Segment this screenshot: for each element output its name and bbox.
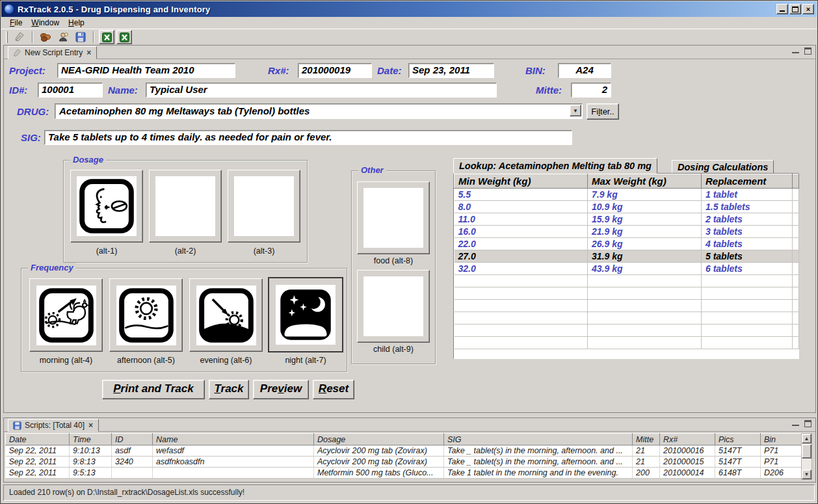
status-bar: Loaded 210 row(s) on D:\Install_rxtrack\… bbox=[3, 484, 815, 501]
lookup-row[interactable]: 16.021.9 kg3 tablets bbox=[455, 226, 799, 238]
col-date[interactable]: Date bbox=[6, 434, 70, 445]
script-row[interactable]: Sep 22, 20119:10:13asdf wefasdfAcyclovir… bbox=[6, 445, 802, 457]
project-field[interactable]: NEA-GRID Health Team 2010 bbox=[57, 63, 235, 78]
script-entry-panel: New Script Entry × Project: NEA-GRID Hea… bbox=[3, 45, 816, 413]
rx-label: Rx#: bbox=[268, 65, 289, 76]
bin-label: BIN: bbox=[525, 65, 546, 76]
id-label: ID#: bbox=[9, 85, 27, 96]
dosage-legend: Dosage bbox=[70, 155, 106, 165]
lookup-empty-row bbox=[455, 337, 799, 349]
lookup-row-selected[interactable]: 27.031.9 kg5 tablets bbox=[455, 250, 799, 263]
patient-lookup-button[interactable] bbox=[55, 30, 71, 44]
scroll-up-icon[interactable]: ▲ bbox=[802, 434, 811, 444]
minimize-icon bbox=[780, 10, 785, 12]
bin-field[interactable]: A24 bbox=[558, 63, 611, 78]
tab-close-icon[interactable]: × bbox=[88, 421, 94, 430]
col-rx[interactable]: Rx# bbox=[660, 434, 715, 445]
tab-scripts[interactable]: Scripts: [Total 40] × bbox=[8, 419, 99, 432]
col-pics[interactable]: Pics bbox=[715, 434, 761, 445]
swallow-pill-icon bbox=[77, 176, 137, 236]
maximize-button[interactable] bbox=[789, 4, 801, 14]
dosage-alt3-label: (alt-3) bbox=[228, 246, 300, 256]
scripts-tab-row: Scripts: [Total 40] × bbox=[4, 418, 815, 432]
col-bin[interactable]: Bin bbox=[761, 434, 802, 445]
mitte-label: Mitte: bbox=[536, 85, 562, 96]
save-button[interactable] bbox=[73, 30, 88, 44]
frequency-morning-label: morning (alt-4) bbox=[29, 356, 103, 365]
name-field[interactable]: Typical User bbox=[146, 83, 497, 98]
app-window: { "window": { "title": "RxTrack 2.0.5 - … bbox=[0, 0, 818, 504]
filter-button[interactable]: Filter.. bbox=[587, 103, 619, 120]
dosage-alt1-button[interactable] bbox=[70, 170, 143, 243]
col-mitte[interactable]: Mitte bbox=[633, 434, 660, 445]
dosage-alt2-label: (alt-2) bbox=[149, 246, 222, 256]
col-dosage[interactable]: Dosage bbox=[314, 434, 444, 445]
rx-field[interactable]: 201000019 bbox=[298, 63, 372, 78]
frequency-night-button[interactable] bbox=[268, 277, 343, 352]
preview-button[interactable]: Preview bbox=[253, 380, 309, 399]
tab-lookup[interactable]: Lookup: Acetaminophen Melting tab 80 mg bbox=[453, 158, 657, 174]
title-bar[interactable]: RxTrack 2.0.5 - Drug Dispensing and Inve… bbox=[1, 1, 817, 17]
other-food-button[interactable] bbox=[357, 181, 430, 254]
script-row[interactable]: Sep 22, 20119:8:133240 asdfnkoasdfnAcycl… bbox=[6, 457, 802, 468]
lookup-header-row: Min Weight (kg) Max Weight (kg) Replacem… bbox=[455, 174, 799, 189]
sunset-arrow-icon bbox=[196, 285, 256, 345]
excel-export-button[interactable] bbox=[99, 30, 114, 44]
tab-new-script-entry[interactable]: New Script Entry × bbox=[8, 46, 97, 59]
frequency-legend: Frequency bbox=[28, 263, 76, 272]
drug-value[interactable]: Acetaminophen 80 mg Meltaways tab (Tylen… bbox=[55, 103, 583, 119]
excel-import-button[interactable] bbox=[116, 30, 132, 44]
dropdown-arrow-icon[interactable]: ▼ bbox=[570, 105, 581, 116]
panel-minimize-icon[interactable] bbox=[792, 420, 799, 426]
frequency-afternoon-button[interactable] bbox=[109, 278, 183, 352]
save-icon bbox=[75, 32, 86, 42]
scripts-table: Date Time ID Name Dosage SIG Mitte Rx# P… bbox=[5, 433, 802, 479]
lookup-row[interactable]: 5.57.9 kg1 tablet bbox=[455, 189, 799, 201]
close-button[interactable]: × bbox=[802, 4, 814, 14]
sig-field[interactable]: Take 5 tablets up to 4 times daily. as n… bbox=[44, 130, 572, 145]
dosage-alt3-button[interactable] bbox=[228, 170, 300, 243]
panel-maximize-icon[interactable] bbox=[804, 47, 811, 55]
frequency-afternoon-label: afternoon (alt-5) bbox=[109, 356, 183, 365]
menu-window[interactable]: Window bbox=[27, 17, 64, 29]
menu-bar: File Window Help bbox=[1, 17, 817, 29]
minimize-button[interactable] bbox=[776, 4, 788, 14]
col-id[interactable]: ID bbox=[112, 434, 153, 445]
col-time[interactable]: Time bbox=[70, 434, 112, 445]
mitte-field[interactable]: 2 bbox=[571, 83, 611, 98]
lookup-row[interactable]: 32.043.9 kg6 tablets bbox=[455, 263, 799, 275]
pills-icon bbox=[40, 32, 51, 42]
blank-icon bbox=[363, 188, 423, 248]
panel-minimize-icon[interactable] bbox=[792, 47, 799, 53]
menu-help[interactable]: Help bbox=[64, 17, 89, 29]
tab-close-icon[interactable]: × bbox=[86, 48, 92, 57]
col-name[interactable]: Name bbox=[153, 434, 314, 445]
reset-button[interactable]: Reset bbox=[313, 380, 354, 399]
script-row[interactable]: Sep 22, 20119:5:13 Metformin 500 mg tabs… bbox=[6, 468, 802, 479]
panel-maximize-icon[interactable] bbox=[804, 420, 811, 427]
drug-combobox[interactable]: Acetaminophen 80 mg Meltaways tab (Tylen… bbox=[55, 103, 583, 119]
vertical-scrollbar[interactable]: ▲ ▼ bbox=[801, 433, 812, 480]
date-field[interactable]: Sep 23, 2011 bbox=[408, 63, 494, 78]
print-and-track-button[interactable]: Print and Track bbox=[102, 380, 205, 399]
other-child-label: child (alt-9) bbox=[357, 345, 430, 354]
scroll-down-icon[interactable]: ▼ bbox=[802, 470, 811, 479]
dosage-alt2-button[interactable] bbox=[149, 170, 222, 243]
col-sig[interactable]: SIG bbox=[444, 434, 633, 445]
blank-icon bbox=[234, 176, 294, 236]
tab-dosing-calculations[interactable]: Dosing Calculations bbox=[672, 160, 774, 174]
pills-button[interactable] bbox=[38, 30, 53, 44]
scrollbar-thumb[interactable] bbox=[802, 444, 811, 458]
new-script-button[interactable] bbox=[12, 30, 27, 44]
track-button[interactable]: Track bbox=[209, 380, 249, 399]
frequency-morning-button[interactable] bbox=[29, 278, 103, 352]
id-field[interactable]: 100001 bbox=[38, 83, 103, 98]
lookup-row[interactable]: 8.010.9 kg1.5 tablets bbox=[455, 201, 799, 213]
lookup-row[interactable]: 22.026.9 kg4 tablets bbox=[455, 238, 799, 250]
frequency-evening-button[interactable] bbox=[189, 278, 263, 352]
menu-file[interactable]: File bbox=[5, 17, 27, 29]
patient-icon bbox=[58, 32, 69, 42]
scripts-header-row: Date Time ID Name Dosage SIG Mitte Rx# P… bbox=[6, 434, 802, 445]
lookup-row[interactable]: 11.015.9 kg2 tablets bbox=[455, 213, 799, 226]
other-child-button[interactable] bbox=[357, 270, 430, 343]
